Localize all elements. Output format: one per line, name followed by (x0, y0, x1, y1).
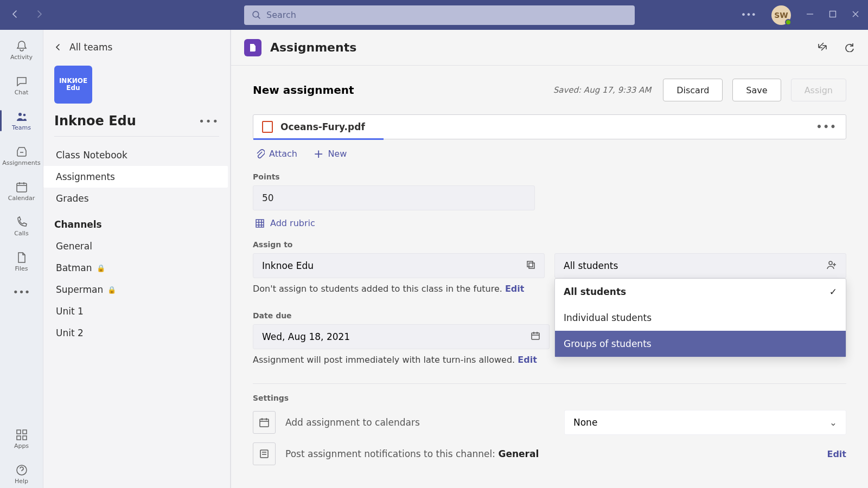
search-bar[interactable] (244, 5, 635, 25)
close-icon[interactable] (852, 10, 859, 20)
app-rail: Activity Chat Teams Assignments Calendar… (0, 30, 43, 488)
points-label: Points (253, 172, 846, 181)
avatar[interactable]: SW (771, 5, 791, 25)
calendar-icon (531, 331, 540, 343)
page-title: Assignments (270, 41, 801, 54)
rail-activity[interactable]: Activity (1, 36, 42, 64)
post-setting-label: Post assignment notifications to this ch… (285, 448, 801, 459)
channel-setting-icon (253, 442, 276, 465)
channels-heading: Channels (43, 209, 230, 235)
svg-rect-12 (529, 263, 534, 268)
svg-point-2 (18, 113, 22, 116)
chevron-down-icon: ⌄ (829, 417, 837, 428)
rail-more[interactable]: ••• (1, 283, 42, 301)
svg-rect-1 (830, 11, 836, 17)
rail-calls[interactable]: Calls (1, 213, 42, 240)
attach-button[interactable]: Attach (255, 147, 297, 160)
channel-superman[interactable]: Superman🔒 (43, 279, 230, 300)
discard-button[interactable]: Discard (663, 79, 723, 101)
assignments-app-icon (244, 39, 261, 56)
svg-point-3 (23, 114, 25, 117)
edit-schedule-link[interactable]: Edit (518, 355, 537, 365)
points-input[interactable]: 50 (253, 185, 535, 210)
rail-chat[interactable]: Chat (1, 72, 42, 99)
attached-file[interactable]: Oceans-Fury.pdf ••• (253, 114, 846, 139)
students-select[interactable]: All students All students✓ Individual st… (554, 253, 846, 278)
channel-unit1[interactable]: Unit 1 (43, 300, 230, 322)
rail-files[interactable]: Files (1, 248, 42, 275)
forward-icon[interactable] (35, 10, 43, 21)
svg-rect-14 (532, 333, 539, 339)
svg-rect-6 (23, 430, 27, 434)
back-icon[interactable] (11, 10, 20, 21)
rail-teams[interactable]: Teams (1, 107, 42, 134)
svg-rect-15 (260, 419, 269, 427)
refresh-icon[interactable] (844, 41, 855, 54)
person-add-icon (826, 259, 837, 272)
check-icon: ✓ (829, 286, 837, 297)
paperclip-icon (255, 149, 265, 159)
dropdown-item-individual[interactable]: Individual students (555, 305, 846, 331)
grid-icon (255, 219, 265, 228)
tab-assignments[interactable]: Assignments (43, 166, 228, 188)
form-title: New assignment (253, 84, 354, 97)
plus-icon: + (314, 147, 323, 160)
team-name: Inknoe Edu (54, 113, 199, 129)
due-date-input[interactable]: Wed, Aug 18, 2021 (253, 324, 550, 349)
search-icon (252, 10, 261, 20)
class-select[interactable]: Inknoe Edu (253, 253, 545, 278)
calendar-setting-icon (253, 411, 276, 434)
svg-rect-5 (17, 430, 21, 434)
lock-icon: 🔒 (107, 286, 116, 294)
expand-icon[interactable] (817, 41, 828, 54)
assign-to-label: Assign to (253, 240, 846, 249)
dropdown-item-all[interactable]: All students✓ (555, 279, 846, 305)
channel-unit2[interactable]: Unit 2 (43, 322, 230, 344)
svg-rect-7 (17, 436, 21, 440)
pdf-icon (262, 121, 273, 133)
calendar-setting-label: Add assignment to calendars (285, 417, 554, 428)
team-more-icon[interactable]: ••• (199, 115, 219, 127)
svg-rect-8 (23, 436, 27, 440)
chevron-left-icon (54, 43, 62, 51)
svg-rect-10 (256, 220, 264, 227)
dropdown-item-groups[interactable]: Groups of students (555, 331, 846, 357)
rail-assignments[interactable]: Assignments (1, 142, 42, 170)
students-dropdown: All students✓ Individual students Groups… (554, 278, 846, 357)
rail-calendar[interactable]: Calendar (1, 177, 42, 205)
edit-future-link[interactable]: Edit (505, 284, 525, 294)
calendar-setting-select[interactable]: None⌄ (564, 410, 846, 435)
channel-batman[interactable]: Batman🔒 (43, 257, 230, 279)
svg-rect-11 (527, 261, 533, 267)
maximize-icon[interactable] (829, 10, 837, 20)
minimize-icon[interactable] (806, 10, 814, 20)
settings-label: Settings (253, 394, 846, 402)
svg-point-13 (829, 261, 832, 265)
add-rubric-button[interactable]: Add rubric (255, 218, 844, 228)
back-all-teams[interactable]: All teams (43, 30, 230, 57)
left-panel: All teams INKИOE Edu Inknoe Edu ••• Clas… (43, 30, 231, 488)
tab-class-notebook[interactable]: Class Notebook (43, 144, 230, 166)
rail-apps[interactable]: Apps (1, 425, 42, 453)
new-button[interactable]: +New (314, 147, 347, 160)
file-more-icon[interactable]: ••• (816, 121, 837, 132)
assign-button: Assign (791, 79, 846, 101)
channel-general[interactable]: General (43, 235, 230, 257)
future-students-note: Don't assign to students added to this c… (253, 284, 545, 294)
copy-icon (526, 260, 535, 272)
team-logo: INKИOE Edu (54, 66, 92, 104)
lock-icon: 🔒 (97, 264, 105, 272)
more-icon[interactable]: ••• (741, 10, 756, 20)
rail-help[interactable]: Help (1, 460, 42, 488)
edit-channel-link[interactable]: Edit (827, 449, 846, 459)
save-button[interactable]: Save (732, 79, 781, 101)
main-panel: Assignments New assignment Saved: Aug 17… (231, 30, 868, 488)
svg-rect-16 (260, 450, 268, 458)
svg-rect-4 (17, 183, 27, 192)
tab-grades[interactable]: Grades (43, 188, 230, 209)
title-bar: ••• SW (0, 0, 868, 30)
saved-text: Saved: Aug 17, 9:33 AM (553, 85, 652, 95)
search-input[interactable] (266, 10, 627, 20)
